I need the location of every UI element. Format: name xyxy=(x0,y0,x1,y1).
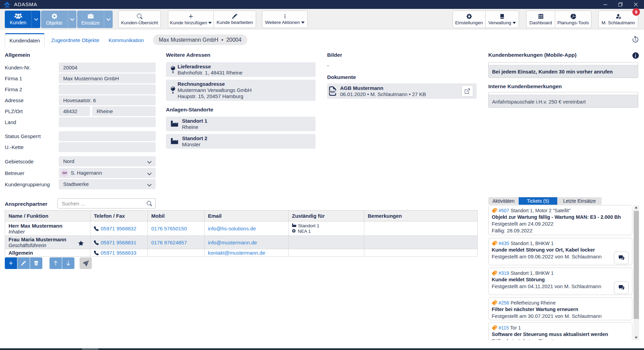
svg-text:PDF: PDF xyxy=(329,90,335,94)
